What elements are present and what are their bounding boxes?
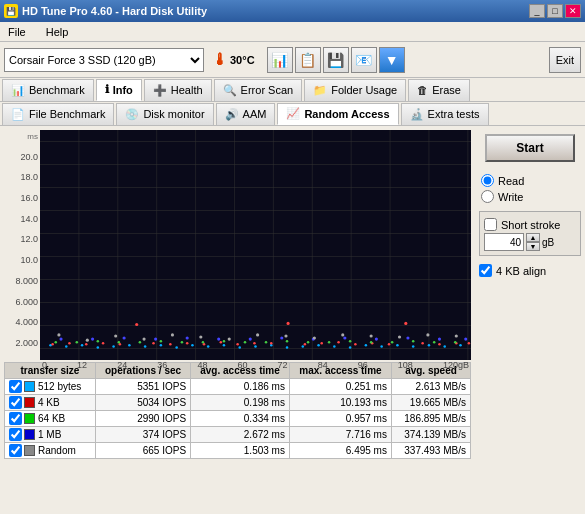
svg-point-122 (455, 334, 458, 337)
svg-point-86 (307, 341, 310, 344)
table-row: 512 bytes 5351 IOPS 0.186 ms 0.251 ms 2.… (5, 379, 471, 395)
svg-point-64 (320, 342, 323, 345)
svg-point-74 (55, 341, 58, 344)
tab-random-access[interactable]: 📈Random Access (277, 103, 398, 125)
tab-folder-usage[interactable]: 📁Folder Usage (304, 79, 406, 101)
svg-point-49 (68, 342, 71, 345)
gb-spinbox: 40 ▲ ▼ gB (484, 233, 576, 251)
title-bar: 💾 HD Tune Pro 4.60 - Hard Disk Utility _… (0, 0, 585, 22)
disk-monitor-icon: 💿 (125, 108, 139, 121)
svg-point-30 (191, 344, 194, 347)
align-checkbox[interactable] (479, 264, 492, 277)
chart-area: ms 20.0 18.0 16.0 14.0 12.0 10.0 8.000 6… (0, 126, 475, 514)
extra-tests-icon: 🔬 (410, 108, 424, 121)
cell-max-3: 7.716 ms (289, 427, 391, 443)
stroke-options: Short stroke 40 ▲ ▼ gB (479, 211, 581, 256)
row-checkbox-2[interactable] (9, 412, 22, 425)
close-button[interactable]: ✕ (565, 4, 581, 18)
svg-point-71 (438, 343, 441, 346)
tab-aam[interactable]: 🔊AAM (216, 103, 276, 125)
svg-point-109 (86, 339, 89, 342)
exit-button[interactable]: Exit (549, 47, 581, 73)
svg-point-119 (370, 334, 373, 337)
gb-unit: gB (542, 237, 554, 248)
cell-speed-3: 374.139 MB/s (391, 427, 470, 443)
read-option[interactable]: Read (481, 174, 579, 187)
menu-file[interactable]: File (4, 24, 30, 40)
tabs-row-1: 📊Benchmark ℹInfo ➕Health 🔍Error Scan 📁Fo… (0, 78, 585, 102)
toolbar-icon-4[interactable]: 📧 (351, 47, 377, 73)
minimize-button[interactable]: _ (529, 4, 545, 18)
tab-info[interactable]: ℹInfo (96, 79, 142, 101)
row-checkbox-1[interactable] (9, 396, 22, 409)
svg-point-60 (253, 342, 256, 345)
row-checkbox-4[interactable] (9, 444, 22, 457)
read-radio[interactable] (481, 174, 494, 187)
window-controls[interactable]: _ □ ✕ (529, 4, 581, 18)
svg-point-95 (91, 338, 94, 341)
align-label: 4 KB align (496, 265, 546, 277)
spin-down-arrow[interactable]: ▼ (526, 242, 540, 251)
title-text: HD Tune Pro 4.60 - Hard Disk Utility (22, 5, 207, 17)
svg-point-90 (391, 341, 394, 344)
cell-name-3: 1 MB (5, 427, 96, 443)
svg-point-50 (85, 343, 88, 346)
svg-point-53 (135, 323, 138, 326)
svg-point-47 (459, 344, 462, 347)
svg-point-22 (65, 345, 68, 348)
benchmark-icon: 📊 (11, 84, 25, 97)
tab-erase[interactable]: 🗑Erase (408, 79, 470, 101)
toolbar-icon-5[interactable]: ▼ (379, 47, 405, 73)
toolbar-icon-3[interactable]: 💾 (323, 47, 349, 73)
chart-canvas: 0 12 24 36 48 60 72 84 96 108 120gB (40, 130, 471, 360)
row-checkbox-0[interactable] (9, 380, 22, 393)
main-content: ms 20.0 18.0 16.0 14.0 12.0 10.0 8.000 6… (0, 126, 585, 514)
short-stroke-label: Short stroke (501, 219, 560, 231)
tab-file-benchmark[interactable]: 📄File Benchmark (2, 103, 114, 125)
svg-point-48 (51, 343, 54, 346)
tab-error-scan[interactable]: 🔍Error Scan (214, 79, 303, 101)
svg-point-63 (304, 343, 307, 346)
tab-health[interactable]: ➕Health (144, 79, 212, 101)
row-checkbox-3[interactable] (9, 428, 22, 441)
erase-icon: 🗑 (417, 84, 428, 96)
svg-point-58 (220, 341, 223, 344)
read-write-options: Read Write (479, 172, 581, 205)
cell-name-1: 4 KB (5, 395, 96, 411)
table-row: 4 KB 5034 IOPS 0.198 ms 10.193 ms 19.665… (5, 395, 471, 411)
cell-max-2: 0.957 ms (289, 411, 391, 427)
write-label: Write (498, 191, 523, 203)
toolbar: Corsair Force 3 SSD (120 gB) 🌡 30°C 📊 📋 … (0, 42, 585, 78)
maximize-button[interactable]: □ (547, 4, 563, 18)
svg-point-29 (175, 346, 178, 349)
cell-name-0: 512 bytes (5, 379, 96, 395)
svg-point-54 (152, 342, 155, 345)
toolbar-icon-2[interactable]: 📋 (295, 47, 321, 73)
tab-disk-monitor[interactable]: 💿Disk monitor (116, 103, 213, 125)
drive-select[interactable]: Corsair Force 3 SSD (120 gB) (4, 48, 204, 72)
svg-point-117 (313, 336, 316, 339)
cell-ops-0: 5351 IOPS (95, 379, 190, 395)
svg-point-113 (199, 335, 202, 338)
svg-point-45 (428, 344, 431, 347)
svg-point-85 (286, 340, 289, 343)
svg-point-80 (181, 341, 184, 344)
toolbar-icon-1[interactable]: 📊 (267, 47, 293, 73)
svg-point-26 (128, 344, 131, 347)
write-option[interactable]: Write (481, 190, 579, 203)
svg-point-70 (421, 342, 424, 345)
spin-up-arrow[interactable]: ▲ (526, 233, 540, 242)
svg-point-76 (97, 340, 100, 343)
start-button[interactable]: Start (485, 134, 575, 162)
svg-point-61 (270, 342, 273, 345)
cell-ops-2: 2990 IOPS (95, 411, 190, 427)
cell-max-4: 6.495 ms (289, 443, 391, 459)
svg-point-32 (223, 344, 226, 347)
gb-input[interactable]: 40 (484, 233, 524, 251)
tab-benchmark[interactable]: 📊Benchmark (2, 79, 94, 101)
tab-extra-tests[interactable]: 🔬Extra tests (401, 103, 489, 125)
write-radio[interactable] (481, 190, 494, 203)
short-stroke-checkbox[interactable] (484, 218, 497, 231)
svg-point-36 (286, 346, 289, 349)
menu-help[interactable]: Help (42, 24, 73, 40)
